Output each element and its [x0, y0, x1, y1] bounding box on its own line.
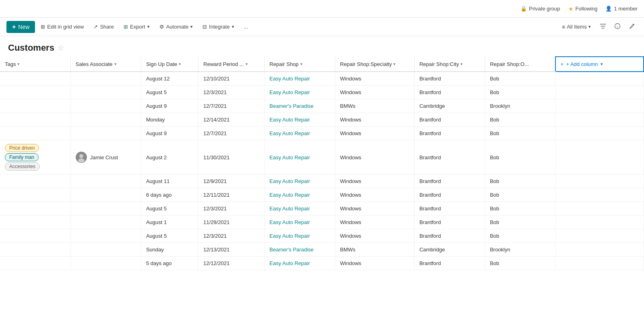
cell-sign-up-date: 6 days ago — [141, 188, 198, 202]
cell-owner: Brooklyn — [485, 99, 555, 113]
cell-tags — [0, 113, 70, 127]
lock-icon: 🔒 — [520, 6, 527, 12]
star-icon: ★ — [568, 6, 574, 12]
cell-repair-shop[interactable]: Easy Auto Repair — [264, 127, 335, 140]
cell-add-column — [555, 72, 644, 86]
new-button[interactable]: + New — [6, 21, 35, 33]
filter-button[interactable] — [597, 21, 609, 33]
info-button[interactable]: i — [612, 21, 623, 33]
col-reward-period-label: Reward Period ... — [203, 61, 244, 67]
table-row[interactable]: August 1112/9/2021Easy Auto RepairWindow… — [0, 175, 644, 188]
cell-specialty: Windows — [335, 216, 414, 229]
col-header-repair-shop[interactable]: Repair Shop ▾ — [264, 57, 335, 72]
table-row[interactable]: Monday12/14/2021Easy Auto RepairWindowsB… — [0, 113, 644, 127]
repair-shop-link[interactable]: Easy Auto Repair — [270, 206, 310, 212]
repair-shop-link[interactable]: Easy Auto Repair — [270, 76, 310, 82]
col-header-repair-shop-city[interactable]: Repair Shop:City ▾ — [414, 57, 485, 72]
cell-tags — [0, 175, 70, 188]
favorite-star-icon[interactable]: ☆ — [58, 43, 64, 52]
table-row[interactable]: August 512/3/2021Easy Auto RepairWindows… — [0, 86, 644, 99]
automate-button[interactable]: ⚙ Automate ▾ — [155, 22, 197, 32]
repair-shop-link[interactable]: Easy Auto Repair — [270, 130, 310, 136]
cell-sign-up-date: August 5 — [141, 202, 198, 216]
integrate-button[interactable]: ⊟ Integrate ▾ — [198, 22, 238, 32]
repair-shop-link[interactable]: Easy Auto Repair — [270, 219, 310, 225]
cell-repair-shop[interactable]: Easy Auto Repair — [264, 257, 335, 270]
cell-add-column — [555, 127, 644, 140]
table-row[interactable]: August 912/7/2021Beamer's ParadiseBMWsCa… — [0, 99, 644, 113]
cell-specialty: Windows — [335, 113, 414, 127]
cell-repair-shop[interactable]: Easy Auto Repair — [264, 202, 335, 216]
table-row[interactable]: August 512/3/2021Easy Auto RepairWindows… — [0, 229, 644, 243]
cell-repair-shop[interactable]: Easy Auto Repair — [264, 229, 335, 243]
add-column-header[interactable]: + + Add column ▾ — [555, 57, 644, 72]
cell-city: Brantford — [414, 229, 485, 243]
more-button[interactable]: ... — [240, 22, 252, 32]
cell-tags — [0, 99, 70, 113]
cell-sign-up-date: August 9 — [141, 99, 198, 113]
cell-tags — [0, 216, 70, 229]
repair-shop-link[interactable]: Easy Auto Repair — [270, 233, 310, 239]
cell-repair-shop[interactable]: Beamer's Paradise — [264, 99, 335, 113]
cell-tags — [0, 257, 70, 270]
table-row[interactable]: Sunday12/13/2021Beamer's ParadiseBMWsCam… — [0, 243, 644, 257]
table-row[interactable]: August 912/7/2021Easy Auto RepairWindows… — [0, 127, 644, 140]
cell-sales-associate — [70, 243, 141, 257]
repair-shop-link[interactable]: Beamer's Paradise — [270, 247, 314, 253]
table-row[interactable]: August 512/3/2021Easy Auto RepairWindows… — [0, 202, 644, 216]
col-header-repair-shop-o[interactable]: Repair Shop:O... — [485, 57, 555, 72]
table-container[interactable]: Tags ▾ Sales Associate ▾ Sign Up Date ▾ — [0, 56, 644, 323]
col-header-reward-period[interactable]: Reward Period ... ▾ — [198, 57, 264, 72]
export-button[interactable]: ⊞ Export ▾ — [120, 22, 154, 32]
table-row[interactable]: August 1212/10/2021Easy Auto RepairWindo… — [0, 72, 644, 86]
repair-shop-link[interactable]: Beamer's Paradise — [270, 103, 314, 109]
edit-grid-label: Edit in grid view — [47, 24, 84, 30]
cell-repair-shop[interactable]: Easy Auto Repair — [264, 86, 335, 99]
cell-sign-up-date: August 11 — [141, 175, 198, 188]
view-selector[interactable]: ≡ All Items ▾ — [559, 22, 594, 32]
col-repair-shop-city-label: Repair Shop:City — [419, 61, 459, 67]
chevron-down-icon: ▾ — [601, 62, 603, 67]
cell-repair-shop[interactable]: Beamer's Paradise — [264, 243, 335, 257]
col-header-sales-associate[interactable]: Sales Associate ▾ — [70, 57, 141, 72]
col-header-sign-up-date[interactable]: Sign Up Date ▾ — [141, 57, 198, 72]
private-group-label: Private group — [529, 6, 560, 12]
repair-shop-link[interactable]: Easy Auto Repair — [270, 117, 310, 123]
add-column-button[interactable]: + + Add column ▾ — [561, 61, 603, 67]
cell-add-column — [555, 257, 644, 270]
cell-repair-shop[interactable]: Easy Auto Repair — [264, 72, 335, 86]
cell-reward-period: 12/9/2021 — [198, 175, 264, 188]
repair-shop-link[interactable]: Easy Auto Repair — [270, 154, 310, 160]
repair-shop-link[interactable]: Easy Auto Repair — [270, 260, 310, 266]
col-sign-up-date-label: Sign Up Date — [146, 61, 177, 67]
edit-grid-button[interactable]: ⊞ Edit in grid view — [37, 22, 88, 32]
repair-shop-link[interactable]: Easy Auto Repair — [270, 178, 310, 184]
cell-sign-up-date: 5 days ago — [141, 257, 198, 270]
cell-repair-shop[interactable]: Easy Auto Repair — [264, 216, 335, 229]
edit-button[interactable] — [626, 21, 638, 33]
col-header-tags[interactable]: Tags ▾ — [0, 57, 70, 72]
table-row[interactable]: 6 days ago12/11/2021Easy Auto RepairWind… — [0, 188, 644, 202]
cell-owner: Bob — [485, 86, 555, 99]
cell-reward-period: 12/13/2021 — [198, 243, 264, 257]
share-button[interactable]: ↗ Share — [89, 22, 118, 32]
cell-repair-shop[interactable]: Easy Auto Repair — [264, 140, 335, 175]
col-repair-shop-label: Repair Shop — [270, 61, 299, 67]
repair-shop-link[interactable]: Easy Auto Repair — [270, 192, 310, 198]
cell-repair-shop[interactable]: Easy Auto Repair — [264, 175, 335, 188]
repair-shop-link[interactable]: Easy Auto Repair — [270, 89, 310, 95]
cell-add-column — [555, 216, 644, 229]
table-row[interactable]: August 111/29/2021Easy Auto RepairWindow… — [0, 216, 644, 229]
following-btn[interactable]: ★ Following — [568, 6, 598, 12]
col-header-repair-shop-specialty[interactable]: Repair Shop:Specialty ▾ — [335, 57, 414, 72]
automate-icon: ⚙ — [159, 24, 164, 30]
table-row[interactable]: 5 days ago12/12/2021Easy Auto RepairWind… — [0, 257, 644, 270]
cell-repair-shop[interactable]: Easy Auto Repair — [264, 188, 335, 202]
cell-repair-shop[interactable]: Easy Auto Repair — [264, 113, 335, 127]
table-row[interactable]: Price drivenFamily manAccessoriesJamie C… — [0, 140, 644, 175]
cell-reward-period: 12/7/2021 — [198, 127, 264, 140]
chevron-down-icon: ▾ — [190, 24, 193, 29]
cell-owner: Bob — [485, 113, 555, 127]
cell-add-column — [555, 113, 644, 127]
cell-reward-period: 12/11/2021 — [198, 188, 264, 202]
